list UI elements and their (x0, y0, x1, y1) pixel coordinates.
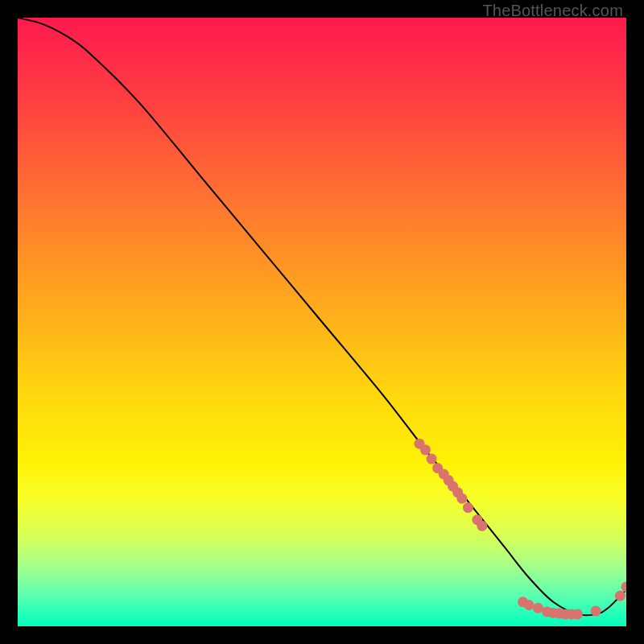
bottleneck-curve-line (18, 18, 626, 615)
data-marker (615, 591, 625, 601)
chart-stage: TheBottleneck.com (0, 0, 644, 644)
data-markers (415, 439, 627, 620)
data-marker (591, 606, 601, 617)
data-marker (572, 609, 583, 619)
data-marker (524, 600, 535, 610)
data-marker (463, 502, 473, 513)
data-marker (420, 444, 431, 455)
data-marker (477, 521, 487, 531)
chart-svg (18, 18, 626, 626)
data-marker (456, 493, 467, 504)
data-marker (533, 603, 543, 613)
data-marker (427, 454, 437, 464)
data-marker (621, 581, 627, 592)
plot-area (18, 18, 626, 626)
